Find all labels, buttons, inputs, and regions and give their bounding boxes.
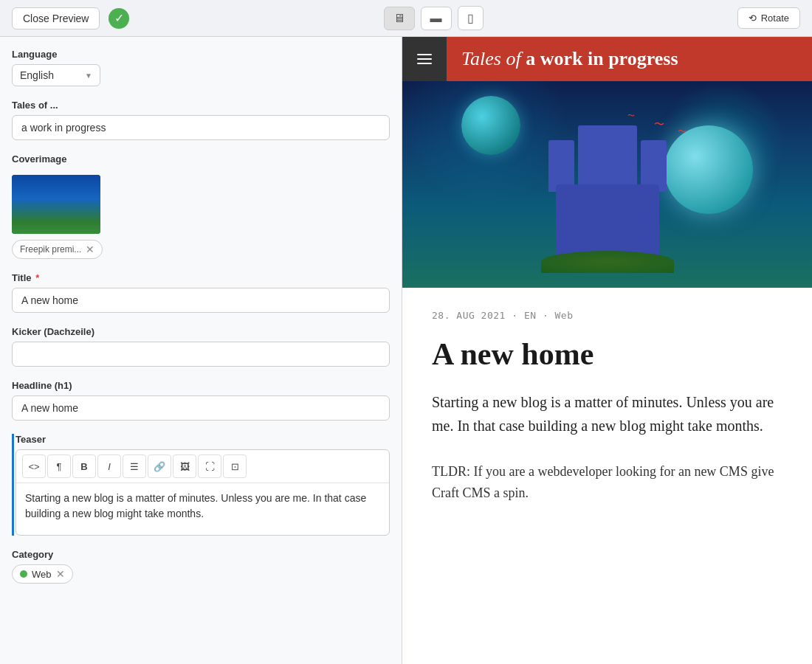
tales-label: Tales of ... bbox=[12, 100, 390, 111]
hamburger-icon bbox=[417, 54, 432, 64]
fullscreen-toolbar-button[interactable]: ⛶ bbox=[198, 454, 221, 478]
article-meta: 28. AUG 2021 · EN · Web bbox=[432, 310, 782, 321]
kicker-label: Kicker (Dachzeile) bbox=[12, 326, 390, 337]
headline-field-group: Headline (h1) bbox=[12, 380, 390, 421]
image-filename-tag: Freepik premi... ✕ bbox=[12, 240, 103, 259]
language-value: English bbox=[20, 69, 54, 81]
bold-toolbar-button[interactable]: B bbox=[72, 454, 96, 478]
site-title: Tales of a work in progress bbox=[447, 48, 693, 70]
left-panel: Language English ▼ Tales of ... Coverima… bbox=[0, 37, 402, 664]
tales-input[interactable] bbox=[12, 115, 390, 140]
teaser-content[interactable]: Starting a new blog is a matter of minut… bbox=[16, 483, 389, 535]
island-base bbox=[541, 251, 674, 273]
moon-left bbox=[461, 96, 520, 155]
cover-image-preview bbox=[12, 175, 100, 234]
language-field-group: Language English ▼ bbox=[12, 49, 390, 86]
teaser-editor: <> ¶ B I ☰ 🔗 🖼 ⛶ ⊡ Starting a new blog i… bbox=[16, 449, 390, 536]
preview-article: 28. AUG 2021 · EN · Web A new home Start… bbox=[402, 288, 812, 526]
embed-toolbar-button[interactable]: ⊡ bbox=[223, 454, 247, 478]
preview-container: Tales of a work in progress bbox=[402, 37, 812, 664]
title-field-group: Title * bbox=[12, 272, 390, 313]
language-label: Language bbox=[12, 49, 390, 60]
castle-preview bbox=[534, 155, 681, 273]
remove-image-button[interactable]: ✕ bbox=[86, 243, 94, 255]
device-switcher: 🖥 ▬ ▯ bbox=[384, 6, 484, 30]
tablet-device-button[interactable]: ▬ bbox=[421, 7, 452, 30]
teaser-toolbar: <> ¶ B I ☰ 🔗 🖼 ⛶ ⊡ bbox=[16, 450, 389, 483]
article-body: Starting a new blog is a matter of minut… bbox=[432, 390, 782, 438]
category-field-group: Category Web ✕ bbox=[12, 549, 390, 584]
remove-category-button[interactable]: ✕ bbox=[56, 568, 65, 580]
main-layout: Language English ▼ Tales of ... Coverima… bbox=[0, 37, 812, 664]
tales-field-group: Tales of ... bbox=[12, 100, 390, 140]
kicker-field-group: Kicker (Dachzeile) bbox=[12, 326, 390, 367]
code-toolbar-button[interactable]: <> bbox=[22, 454, 46, 478]
castle-body bbox=[556, 184, 659, 258]
desktop-icon: 🖥 bbox=[393, 12, 405, 25]
italic-toolbar-button[interactable]: I bbox=[97, 454, 121, 478]
kicker-input[interactable] bbox=[12, 342, 390, 367]
cover-art: 〜 〜 〜 bbox=[402, 81, 812, 288]
image-filename-text: Freepik premi... bbox=[20, 244, 81, 255]
article-title: A new home bbox=[432, 336, 782, 373]
teaser-field-group: Teaser <> ¶ B I ☰ 🔗 🖼 ⛶ ⊡ Starting a new… bbox=[12, 434, 390, 536]
category-tag: Web ✕ bbox=[12, 564, 73, 584]
image-filename-row: Freepik premi... ✕ bbox=[12, 240, 390, 259]
site-header: Tales of a work in progress bbox=[402, 37, 812, 81]
cover-image-label: Coverimage bbox=[12, 153, 390, 165]
language-select[interactable]: English ▼ bbox=[12, 64, 100, 86]
tablet-icon: ▬ bbox=[430, 12, 442, 25]
title-required-marker: * bbox=[35, 272, 39, 283]
title-input[interactable] bbox=[12, 288, 390, 313]
category-label: Category bbox=[12, 549, 390, 560]
title-label: Title * bbox=[12, 272, 390, 283]
rotate-button[interactable]: ⟲ Rotate bbox=[737, 7, 800, 29]
cover-image-field-group: Coverimage Freepik premi... ✕ bbox=[12, 153, 390, 259]
top-bar-right: ⟲ Rotate bbox=[737, 7, 800, 29]
top-bar-left: Close Preview ✓ bbox=[12, 7, 129, 30]
check-icon: ✓ bbox=[109, 8, 129, 29]
list-toolbar-button[interactable]: ☰ bbox=[123, 454, 146, 478]
right-panel: Tales of a work in progress bbox=[402, 37, 812, 664]
image-toolbar-button[interactable]: 🖼 bbox=[173, 454, 196, 478]
rotate-icon: ⟲ bbox=[749, 13, 757, 24]
headline-input[interactable] bbox=[12, 395, 390, 421]
desktop-device-button[interactable]: 🖥 bbox=[384, 7, 415, 30]
article-tldr: TLDR: If you are a webdeveloper looking … bbox=[432, 461, 782, 504]
teaser-label: Teaser bbox=[16, 434, 390, 445]
mobile-icon: ▯ bbox=[467, 11, 474, 25]
category-value: Web bbox=[32, 569, 52, 580]
close-preview-button[interactable]: Close Preview bbox=[12, 7, 100, 30]
bird-icon-3: 〜 bbox=[678, 125, 687, 138]
link-toolbar-button[interactable]: 🔗 bbox=[148, 454, 171, 478]
chevron-down-icon: ▼ bbox=[85, 72, 92, 80]
top-bar: Close Preview ✓ 🖥 ▬ ▯ ⟲ Rotate bbox=[0, 0, 812, 37]
paragraph-toolbar-button[interactable]: ¶ bbox=[47, 454, 71, 478]
headline-label: Headline (h1) bbox=[12, 380, 390, 391]
category-dot-icon bbox=[20, 570, 27, 578]
preview-cover-image: 〜 〜 〜 bbox=[402, 81, 812, 288]
hamburger-button[interactable] bbox=[402, 37, 447, 81]
mobile-device-button[interactable]: ▯ bbox=[458, 6, 484, 30]
bird-icon-2: 〜 bbox=[627, 111, 635, 121]
bird-icon-1: 〜 bbox=[654, 118, 664, 131]
castle-image bbox=[12, 175, 100, 234]
castle-center-tower bbox=[578, 125, 637, 184]
